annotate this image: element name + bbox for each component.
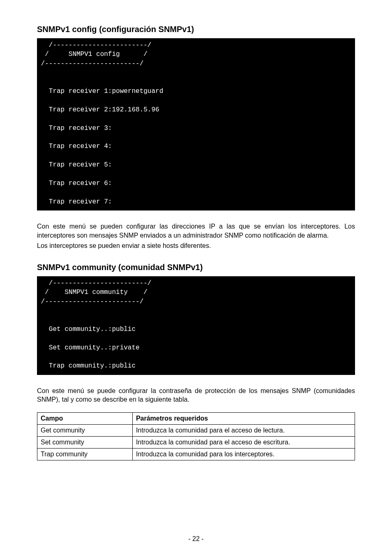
heading-snmpv1-config: SNMPv1 config (configuración SNMPv1) (37, 25, 355, 34)
page-number: - 22 - (0, 535, 392, 543)
page: SNMPv1 config (configuración SNMPv1) /--… (0, 0, 392, 555)
cell-param: Introduzca la comunidad para los interce… (132, 448, 355, 460)
cell-param: Introduzca la comunidad para el acceso d… (132, 436, 355, 448)
table-row: Trap community Introduzca la comunidad p… (37, 448, 355, 460)
cell-campo: Set community (37, 436, 133, 448)
paragraph-community-desc: Con este menú se puede configurar la con… (37, 386, 355, 404)
paragraph-config-desc: Con este menú se pueden configurar las d… (37, 222, 355, 240)
cell-campo: Get community (37, 424, 133, 436)
table-header-row: Campo Parámetros requeridos (37, 412, 355, 424)
table-row: Set community Introduzca la comunidad pa… (37, 436, 355, 448)
th-campo: Campo (37, 412, 133, 424)
community-params-table: Campo Parámetros requeridos Get communit… (37, 412, 355, 460)
terminal-snmpv1-community: /------------------------/ / SNMPV1 comm… (37, 276, 355, 375)
th-parametros: Parámetros requeridos (132, 412, 355, 424)
paragraph-config-note: Los interceptores se pueden enviar a sie… (37, 241, 355, 250)
terminal-snmpv1-config: /------------------------/ / SNMPV1 conf… (37, 38, 355, 210)
cell-param: Introduzca la comunidad para el acceso d… (132, 424, 355, 436)
table-row: Get community Introduzca la comunidad pa… (37, 424, 355, 436)
heading-snmpv1-community: SNMPv1 community (comunidad SNMPv1) (37, 263, 355, 272)
cell-campo: Trap community (37, 448, 133, 460)
